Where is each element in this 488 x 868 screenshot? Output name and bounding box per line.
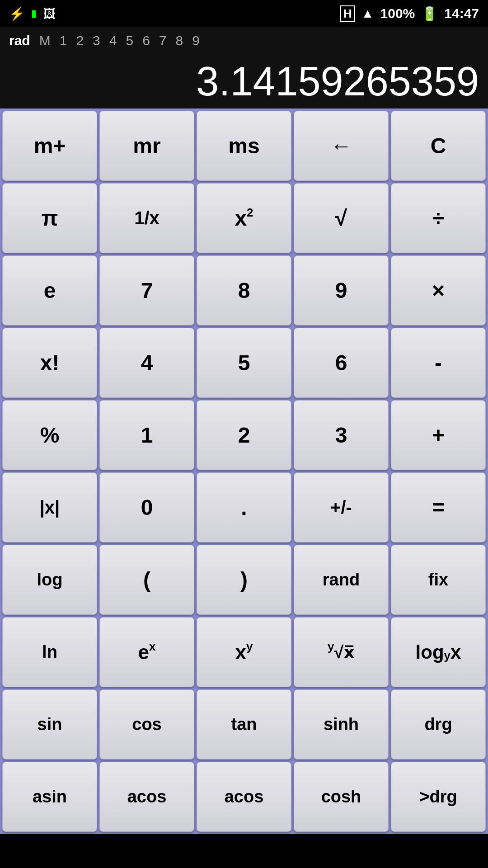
logy-button[interactable]: logyx xyxy=(391,617,486,687)
9-button[interactable]: 9 xyxy=(294,255,389,326)
xy-button[interactable]: xy xyxy=(197,617,291,687)
x-squared-button[interactable]: x2 xyxy=(197,183,291,253)
mode-bar: rad M 1 2 3 4 5 6 7 8 9 xyxy=(0,27,488,54)
mode-1: 1 xyxy=(60,33,67,48)
display-area: 3.14159265359 xyxy=(0,54,488,108)
4-button[interactable]: 4 xyxy=(99,328,194,398)
3-button[interactable]: 3 xyxy=(294,400,389,470)
sin-button[interactable]: sin xyxy=(2,689,97,760)
calculator-grid: m+ mr ms ← C π 1/x x2 √ ÷ e 7 8 9 × x! 4… xyxy=(0,108,488,834)
log-button[interactable]: log xyxy=(2,545,97,615)
8-button[interactable]: 8 xyxy=(197,255,291,326)
tan-button[interactable]: tan xyxy=(197,689,291,760)
battery-indicator: ▮ xyxy=(31,8,37,19)
image-icon: 🖼 xyxy=(43,6,56,21)
7-button[interactable]: 7 xyxy=(99,255,194,326)
cosh-button[interactable]: cosh xyxy=(294,762,389,832)
acos2-button[interactable]: acos xyxy=(197,762,291,832)
open-paren-button[interactable]: ( xyxy=(99,545,194,615)
clock: 14:47 xyxy=(444,6,479,21)
mode-4: 4 xyxy=(109,33,117,48)
battery-icon: 🔋 xyxy=(421,6,438,22)
0-button[interactable]: 0 xyxy=(99,472,194,542)
mode-8: 8 xyxy=(176,33,183,48)
rand-button[interactable]: rand xyxy=(294,545,389,615)
battery-percent: 100% xyxy=(380,6,415,21)
sqrt-button[interactable]: √ xyxy=(294,183,389,253)
abs-button[interactable]: |x| xyxy=(2,472,97,542)
decimal-button[interactable]: . xyxy=(197,472,291,542)
clear-button[interactable]: C xyxy=(391,111,486,181)
ln-button[interactable]: ln xyxy=(2,617,97,687)
mode-7: 7 xyxy=(159,33,167,48)
h-icon: H xyxy=(340,5,355,22)
pi-button[interactable]: π xyxy=(2,183,97,253)
backspace-button[interactable]: ← xyxy=(294,111,389,181)
2-button[interactable]: 2 xyxy=(197,400,291,470)
multiply-button[interactable]: × xyxy=(391,255,486,326)
mode-6: 6 xyxy=(142,33,150,48)
drg-arrow-button[interactable]: >drg xyxy=(391,762,486,832)
signal-icon: ▲ xyxy=(361,6,374,21)
acos-button[interactable]: acos xyxy=(99,762,194,832)
yrootx-button[interactable]: y√x̅ xyxy=(294,617,389,687)
1-button[interactable]: 1 xyxy=(99,400,194,470)
usb-icon: ⚡ xyxy=(9,6,25,21)
ex-button[interactable]: ex xyxy=(99,617,194,687)
m-plus-button[interactable]: m+ xyxy=(2,111,97,181)
status-bar: ⚡ ▮ 🖼 H ▲ 100% 🔋 14:47 xyxy=(0,0,488,27)
asin-button[interactable]: asin xyxy=(2,762,97,832)
mode-5: 5 xyxy=(126,33,133,48)
drg-button[interactable]: drg xyxy=(391,689,486,760)
mode-rad[interactable]: rad xyxy=(9,33,30,48)
inverse-button[interactable]: 1/x xyxy=(99,183,194,253)
subtract-button[interactable]: - xyxy=(391,328,486,398)
fix-button[interactable]: fix xyxy=(391,545,486,615)
mode-2: 2 xyxy=(76,33,84,48)
e-button[interactable]: e xyxy=(2,255,97,326)
display-value: 3.14159265359 xyxy=(196,58,479,105)
sinh-button[interactable]: sinh xyxy=(294,689,389,760)
add-button[interactable]: + xyxy=(391,400,486,470)
mode-9: 9 xyxy=(192,33,200,48)
factorial-button[interactable]: x! xyxy=(2,328,97,398)
ms-button[interactable]: ms xyxy=(197,111,291,181)
close-paren-button[interactable]: ) xyxy=(197,545,291,615)
5-button[interactable]: 5 xyxy=(197,328,291,398)
divide-button[interactable]: ÷ xyxy=(391,183,486,253)
mode-3: 3 xyxy=(93,33,100,48)
mr-button[interactable]: mr xyxy=(99,111,194,181)
6-button[interactable]: 6 xyxy=(294,328,389,398)
cos-button[interactable]: cos xyxy=(99,689,194,760)
equals-button[interactable]: = xyxy=(391,472,486,542)
plus-minus-button[interactable]: +/- xyxy=(294,472,389,542)
mode-m: M xyxy=(39,33,51,48)
percent-button[interactable]: % xyxy=(2,400,97,470)
